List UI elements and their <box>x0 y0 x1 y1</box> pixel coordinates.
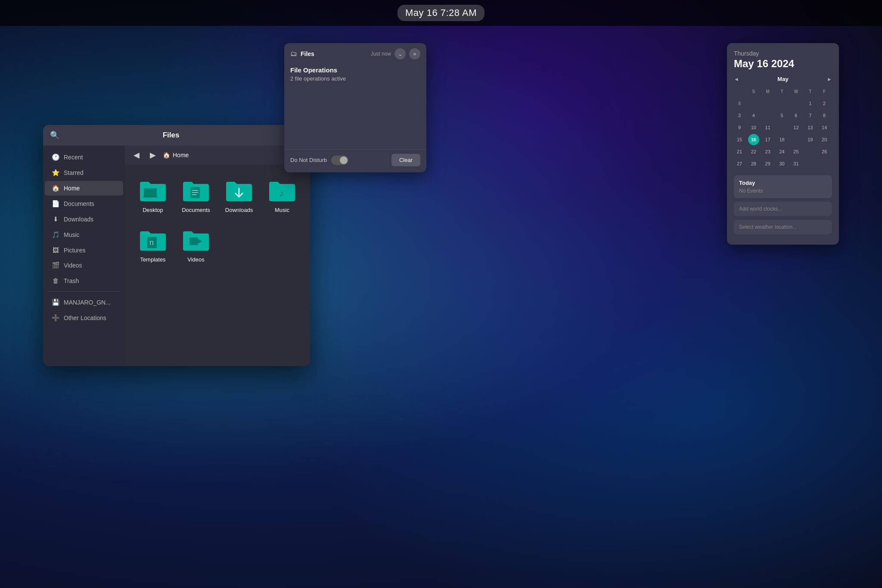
sidebar-label-other: Other Locations <box>64 314 106 321</box>
cal-header-tue: T <box>776 86 788 97</box>
cal-w5-end <box>804 158 816 169</box>
cal-d18[interactable]: 18 <box>776 134 788 145</box>
calendar-month-header: ◄ May ► <box>734 76 832 82</box>
cal-header-blank <box>734 86 745 97</box>
sidebar-item-other-locations[interactable]: ➕ Other Locations <box>45 311 123 325</box>
folder-music[interactable]: ♪ Music <box>263 173 301 218</box>
sidebar-label-manjaro: MANJARO_GN... <box>64 299 111 306</box>
cal-w1-d1[interactable] <box>762 98 773 109</box>
sidebar-item-downloads[interactable]: ⬇ Downloads <box>45 212 123 227</box>
sidebar-label-pictures: Pictures <box>64 247 86 254</box>
cal-d11[interactable]: 11 <box>762 122 773 133</box>
cal-d5[interactable]: 5 <box>776 110 788 121</box>
notif-close-button[interactable]: × <box>409 48 420 59</box>
folder-templates[interactable]: n Templates <box>134 223 172 268</box>
cal-header-wed: W <box>790 86 801 97</box>
topbar: May 16 7:28 AM <box>0 0 882 26</box>
cal-d1[interactable]: 1 <box>804 98 816 109</box>
notif-app-name: Files <box>301 50 367 57</box>
weather-button[interactable]: Select weather location... <box>734 220 832 234</box>
cal-w1-d3[interactable] <box>790 98 801 109</box>
cal-d25[interactable]: 25 <box>790 146 801 157</box>
cal-week2-wn <box>762 110 773 121</box>
cal-d9[interactable]: 9 <box>734 122 745 133</box>
sidebar-item-manjaro[interactable]: 💾 MANJARO_GN... <box>45 295 123 310</box>
calendar-month-title: May <box>777 76 788 82</box>
cal-header-sun: S <box>748 86 759 97</box>
cal-d7[interactable]: 7 <box>804 110 816 121</box>
cal-d23[interactable]: 23 <box>762 146 773 157</box>
sidebar-label-documents: Documents <box>64 200 94 207</box>
notif-expand-button[interactable]: ⌄ <box>394 48 406 59</box>
cal-week5-wn <box>804 146 816 157</box>
cal-d31[interactable]: 31 <box>790 158 801 169</box>
cal-d12[interactable]: 12 <box>790 122 801 133</box>
file-grid: Desktop Documents <box>125 165 310 366</box>
toggle-knob <box>340 156 348 164</box>
sidebar-item-videos[interactable]: 🎬 Videos <box>45 258 123 273</box>
cal-d24[interactable]: 24 <box>776 146 788 157</box>
cal-d8[interactable]: 8 <box>819 110 830 121</box>
documents-icon: 📄 <box>52 200 59 208</box>
forward-button[interactable]: ▶ <box>146 149 159 162</box>
sidebar-item-pictures[interactable]: 🖼 Pictures <box>45 243 123 257</box>
cal-d10[interactable]: 10 <box>748 122 759 133</box>
clear-button[interactable]: Clear <box>391 154 420 166</box>
cal-d28[interactable]: 28 <box>748 158 759 169</box>
calendar-prev-button[interactable]: ◄ <box>734 76 739 82</box>
calendar-next-button[interactable]: ► <box>827 76 832 82</box>
sidebar-item-music[interactable]: 🎵 Music <box>45 227 123 242</box>
cal-d22[interactable]: 22 <box>748 146 759 157</box>
back-button[interactable]: ◀ <box>130 149 143 162</box>
files-window-title: Files <box>65 131 276 140</box>
cal-d20[interactable]: 20 <box>819 134 830 145</box>
home-icon: 🏠 <box>52 184 59 192</box>
sidebar-item-starred[interactable]: ⭐ Starred <box>45 165 123 180</box>
folder-downloads[interactable]: Downloads <box>220 173 258 218</box>
folder-desktop[interactable]: Desktop <box>134 173 172 218</box>
sidebar-item-documents[interactable]: 📄 Documents <box>45 196 123 211</box>
cal-d29[interactable]: 29 <box>762 158 773 169</box>
sidebar-item-home[interactable]: 🏠 Home <box>45 181 123 196</box>
search-button[interactable]: 🔍 <box>48 129 61 142</box>
cal-d21[interactable]: 21 <box>734 146 745 157</box>
cal-d19[interactable]: 19 <box>804 134 816 145</box>
notification-header: 🗂 Files Just now ⌄ × <box>284 43 426 63</box>
file-toolbar: ◀ ▶ 🏠 Home <box>125 146 310 165</box>
cal-d17[interactable]: 17 <box>762 134 773 145</box>
folder-documents[interactable]: Documents <box>177 173 215 218</box>
cal-w1-d2[interactable] <box>776 98 788 109</box>
sidebar-label-downloads: Downloads <box>64 216 93 223</box>
cal-d6[interactable]: 6 <box>790 110 801 121</box>
cal-today[interactable]: 16 <box>748 134 759 145</box>
world-clocks-button[interactable]: Add world clocks... <box>734 202 832 216</box>
cal-d4[interactable]: 4 <box>748 110 759 121</box>
cal-d13[interactable]: 13 <box>804 122 816 133</box>
calendar-panel: Thursday May 16 2024 ◄ May ► S M T W T F… <box>727 43 839 245</box>
folder-videos[interactable]: Videos <box>177 223 215 268</box>
sidebar-item-trash[interactable]: 🗑 Trash <box>45 274 123 288</box>
sidebar-item-recent[interactable]: 🕐 Recent <box>45 150 123 165</box>
cal-d27[interactable]: 27 <box>734 158 745 169</box>
cal-d2[interactable]: 2 <box>819 98 830 109</box>
notification-content-area <box>284 89 426 149</box>
cal-d14[interactable]: 14 <box>819 122 830 133</box>
cal-d3[interactable]: 3 <box>734 110 745 121</box>
svg-rect-10 <box>189 237 198 245</box>
notification-footer: Do Not Disturb Clear <box>284 149 426 172</box>
cal-d30[interactable]: 30 <box>776 158 788 169</box>
plus-icon: ➕ <box>52 314 59 322</box>
cal-d26[interactable]: 26 <box>819 146 830 157</box>
no-events-label: No Events <box>739 188 827 194</box>
notif-title: File Operations <box>290 66 420 74</box>
files-content: 🕐 Recent ⭐ Starred 🏠 Home 📄 Documents ⬇ … <box>43 146 310 366</box>
cal-header-sat: S <box>734 98 745 109</box>
sidebar-label-starred: Starred <box>64 169 84 176</box>
cal-d15[interactable]: 15 <box>734 134 745 145</box>
notification-body: File Operations 2 file operations active <box>284 63 426 89</box>
folder-templates-icon: n <box>138 227 168 253</box>
folder-templates-label: Templates <box>140 256 165 264</box>
folder-music-label: Music <box>275 207 289 214</box>
recent-icon: 🕐 <box>52 153 59 161</box>
dnd-toggle[interactable] <box>331 156 348 165</box>
